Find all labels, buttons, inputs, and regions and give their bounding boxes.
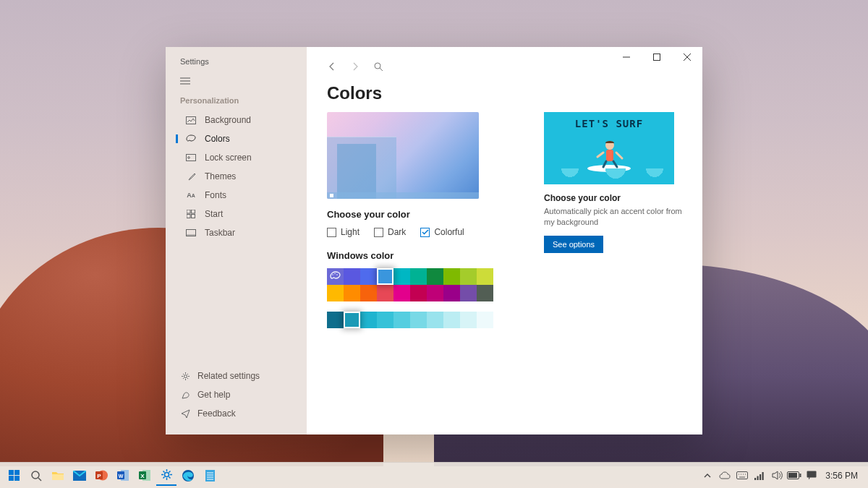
sidebar-item-taskbar[interactable]: Taskbar — [166, 223, 307, 242]
color-swatch[interactable] — [443, 268, 460, 285]
color-swatch[interactable] — [427, 268, 443, 285]
maximize-icon — [653, 53, 660, 61]
window-controls — [611, 47, 702, 67]
svg-rect-41 — [762, 472, 764, 480]
close-button[interactable] — [672, 47, 702, 67]
option-light[interactable]: Light — [327, 227, 359, 237]
color-swatch[interactable] — [377, 268, 393, 285]
color-swatch[interactable] — [443, 285, 460, 301]
color-swatch[interactable] — [344, 285, 360, 301]
option-label: Light — [341, 227, 359, 237]
color-swatch[interactable] — [393, 268, 410, 285]
color-swatch[interactable] — [344, 268, 360, 285]
choose-color-label: Choose your color — [327, 209, 508, 220]
sidebar-item-label: Lock screen — [205, 153, 252, 163]
svg-rect-38 — [754, 478, 756, 480]
sidebar-footer-label: Related settings — [197, 371, 260, 381]
color-shade[interactable] — [477, 312, 493, 328]
svg-point-22 — [32, 471, 39, 479]
taskbar-start-button[interactable] — [4, 466, 25, 486]
sidebar-related-settings[interactable]: Related settings — [166, 367, 307, 385]
sidebar-item-lock-screen[interactable]: Lock screen — [166, 148, 307, 167]
minimize-icon — [623, 53, 630, 61]
color-swatch[interactable] — [427, 285, 443, 301]
color-swatch[interactable] — [410, 285, 427, 301]
taskbar-mail[interactable] — [69, 466, 90, 486]
start-icon — [186, 210, 196, 218]
color-shade[interactable] — [427, 312, 443, 328]
forward-button[interactable] — [350, 61, 360, 72]
tray-network[interactable] — [752, 466, 767, 486]
color-swatch[interactable] — [360, 268, 377, 285]
taskbar-excel[interactable]: X — [135, 466, 155, 486]
tray-action-center[interactable] — [804, 466, 820, 486]
color-swatch[interactable] — [477, 268, 493, 285]
minimize-button[interactable] — [611, 47, 642, 67]
color-shade[interactable] — [410, 312, 427, 328]
sidebar-feedback[interactable]: Feedback — [166, 404, 307, 423]
taskbar-clock[interactable]: 3:56 PM — [821, 471, 861, 481]
settings-sidebar: Settings Personalization Background Colo… — [166, 47, 307, 435]
tray-keyboard[interactable] — [734, 466, 750, 486]
sidebar-item-background[interactable]: Background — [166, 111, 307, 129]
sidebar-item-colors[interactable]: Colors — [166, 129, 307, 148]
svg-rect-40 — [760, 474, 761, 480]
tray-onedrive[interactable] — [717, 466, 733, 486]
search-button[interactable] — [373, 61, 383, 72]
tray-overflow-button[interactable] — [699, 466, 715, 486]
taskbar-settings[interactable] — [156, 466, 176, 486]
sidebar-item-themes[interactable]: Themes — [166, 167, 307, 186]
color-swatch[interactable] — [393, 285, 410, 301]
svg-rect-21 — [14, 476, 20, 481]
back-button[interactable] — [327, 61, 337, 72]
taskbar-edge[interactable] — [178, 466, 198, 486]
svg-rect-20 — [9, 476, 14, 481]
color-shade[interactable] — [393, 312, 410, 328]
svg-rect-43 — [800, 474, 801, 477]
search-icon — [374, 62, 383, 72]
hamburger-menu-button[interactable] — [166, 74, 307, 96]
sidebar-get-help[interactable]: Get help — [166, 385, 307, 404]
tray-volume[interactable] — [769, 466, 785, 486]
windows-logo-icon — [9, 470, 20, 481]
chevron-right-icon — [352, 62, 359, 71]
option-colorful[interactable]: Colorful — [420, 227, 464, 237]
palette-icon — [186, 134, 196, 143]
taskbar-explorer[interactable] — [48, 466, 68, 486]
see-options-button[interactable]: See options — [544, 236, 603, 253]
color-swatch[interactable] — [360, 285, 377, 301]
taskbar-search-button[interactable] — [26, 466, 46, 486]
color-swatch[interactable] — [477, 285, 493, 301]
color-preview — [327, 112, 479, 199]
svg-text:W: W — [118, 474, 123, 479]
sidebar-item-label: Colors — [205, 134, 230, 144]
color-swatch[interactable] — [410, 268, 427, 285]
checkbox-icon — [374, 228, 383, 237]
color-swatch[interactable] — [377, 285, 393, 301]
color-swatch[interactable] — [327, 285, 344, 301]
maximize-button[interactable] — [642, 47, 672, 67]
sidebar-item-fonts[interactable]: AA Fonts — [166, 186, 307, 205]
promo-card[interactable]: LET'S SURF — [544, 112, 674, 184]
taskbar-notepad[interactable] — [200, 466, 220, 486]
color-shade[interactable] — [360, 312, 377, 328]
svg-rect-23 — [52, 474, 64, 480]
color-swatch[interactable] — [460, 268, 477, 285]
taskbar-word[interactable]: W — [113, 466, 133, 486]
gear-icon — [161, 468, 173, 481]
taskbar-powerpoint[interactable]: P — [91, 466, 111, 486]
color-shade[interactable] — [443, 312, 460, 328]
color-shade[interactable] — [327, 312, 344, 328]
tray-battery[interactable] — [786, 466, 802, 486]
color-swatch[interactable] — [327, 268, 344, 285]
option-dark[interactable]: Dark — [374, 227, 406, 237]
svg-rect-37 — [737, 472, 748, 479]
lock-screen-icon — [186, 153, 196, 162]
sidebar-item-label: Taskbar — [205, 228, 235, 238]
color-swatch[interactable] — [460, 285, 477, 301]
color-shade[interactable] — [377, 312, 393, 328]
color-shade[interactable] — [460, 312, 477, 328]
sidebar-item-start[interactable]: Start — [166, 205, 307, 223]
svg-rect-18 — [9, 470, 14, 475]
color-shade[interactable] — [344, 312, 360, 328]
